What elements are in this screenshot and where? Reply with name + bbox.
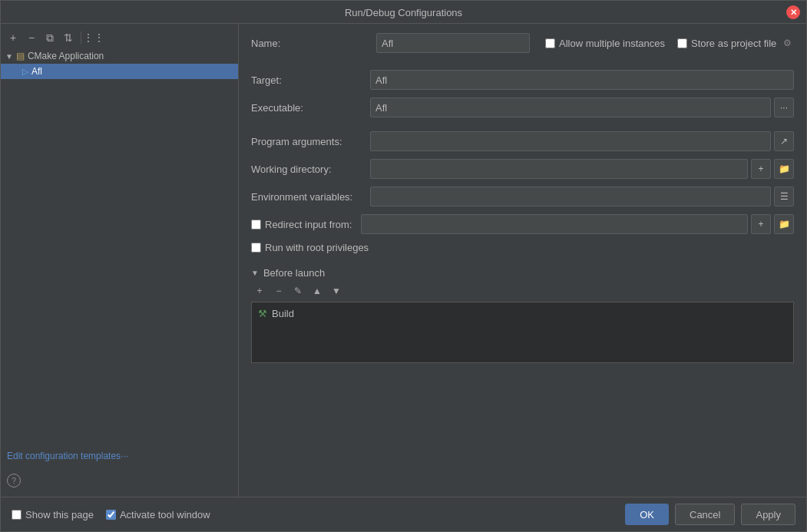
executable-select[interactable]: Afl bbox=[370, 97, 771, 117]
redirect-input-wrapper: + 📁 bbox=[361, 214, 794, 234]
tree-section: ▼ ▤ CMake Application ▷ Afl bbox=[1, 48, 238, 444]
bottom-bar: Show this page Activate tool window OK C… bbox=[1, 497, 806, 531]
program-args-label: Program arguments: bbox=[251, 136, 370, 147]
divider-1 bbox=[251, 64, 794, 70]
working-dir-browse-button[interactable]: 📁 bbox=[774, 159, 794, 179]
move-config-button[interactable]: ⇅ bbox=[61, 30, 76, 45]
redirect-add-button[interactable]: + bbox=[751, 214, 771, 234]
working-dir-label: Working directory: bbox=[251, 164, 370, 175]
tree-parent-cmake: ▼ ▤ CMake Application bbox=[1, 48, 238, 64]
activate-tool-label[interactable]: Activate tool window bbox=[106, 509, 210, 520]
build-icon: ⚒ bbox=[258, 308, 267, 319]
copy-config-button[interactable]: ⧉ bbox=[42, 30, 58, 45]
sidebar: + − ⧉ ⇅ ⋮⋮ ▼ ▤ CMake Application ▷ Afl E… bbox=[1, 24, 239, 497]
before-launch-collapse-arrow[interactable]: ▼ bbox=[251, 269, 259, 277]
store-project-checkbox[interactable] bbox=[677, 38, 687, 48]
before-launch-header: ▼ Before launch bbox=[251, 267, 794, 279]
tree-expand-arrow: ▼ bbox=[5, 52, 13, 61]
allow-multiple-checkbox[interactable] bbox=[545, 38, 555, 48]
before-launch-down-button[interactable]: ▼ bbox=[328, 283, 345, 299]
name-header-row: Name: Allow multiple instances Store as … bbox=[251, 33, 794, 53]
ok-button[interactable]: OK bbox=[625, 504, 669, 525]
activate-tool-text: Activate tool window bbox=[120, 509, 210, 520]
executable-select-wrapper: Afl bbox=[370, 97, 771, 117]
gear-icon: ⚙ bbox=[783, 38, 792, 48]
before-launch-up-button[interactable]: ▲ bbox=[309, 283, 326, 299]
main-content: + − ⧉ ⇅ ⋮⋮ ▼ ▤ CMake Application ▷ Afl E… bbox=[1, 24, 806, 497]
target-select[interactable]: Afl bbox=[370, 70, 794, 90]
redirect-checkbox-label[interactable]: Redirect input from: bbox=[251, 219, 352, 230]
cancel-button[interactable]: Cancel bbox=[675, 504, 735, 525]
env-vars-input[interactable] bbox=[370, 187, 771, 207]
program-args-input[interactable] bbox=[370, 131, 771, 151]
build-list: ⚒ Build bbox=[251, 302, 794, 363]
tree-item-afl[interactable]: ▷ Afl bbox=[1, 64, 238, 79]
program-args-wrapper: ↗ bbox=[370, 131, 794, 151]
run-debug-dialog: Run/Debug Configurations ✕ + − ⧉ ⇅ ⋮⋮ ▼ … bbox=[0, 0, 807, 532]
show-page-label[interactable]: Show this page bbox=[12, 509, 94, 520]
redirect-checkbox[interactable] bbox=[251, 220, 261, 230]
before-launch-add-button[interactable]: + bbox=[251, 283, 268, 299]
executable-browse-button[interactable]: ··· bbox=[774, 97, 794, 117]
program-args-expand-button[interactable]: ↗ bbox=[774, 131, 794, 151]
store-project-label[interactable]: Store as project file ⚙ bbox=[677, 38, 792, 49]
show-page-text: Show this page bbox=[25, 509, 94, 520]
target-label: Target: bbox=[251, 74, 370, 86]
build-item: ⚒ Build bbox=[255, 306, 790, 322]
remove-config-button[interactable]: − bbox=[24, 30, 39, 45]
right-panel: Name: Allow multiple instances Store as … bbox=[239, 24, 806, 497]
dialog-title: Run/Debug Configurations bbox=[345, 7, 462, 18]
env-vars-edit-button[interactable]: ☰ bbox=[774, 187, 794, 207]
before-launch-toolbar: + − ✎ ▲ ▼ bbox=[251, 283, 794, 299]
target-dropdown-wrapper: Afl bbox=[370, 70, 794, 90]
name-label: Name: bbox=[251, 38, 370, 49]
checkboxes-section: Allow multiple instances Store as projec… bbox=[545, 38, 792, 49]
env-vars-wrapper: ☰ bbox=[370, 187, 794, 207]
redirect-row: Redirect input from: + 📁 bbox=[251, 214, 794, 234]
root-privileges-text: Run with root privileges bbox=[265, 242, 369, 253]
executable-row: Executable: Afl ··· bbox=[251, 97, 794, 117]
program-args-row: Program arguments: ↗ bbox=[251, 131, 794, 151]
cmake-group-label: CMake Application bbox=[28, 51, 104, 61]
working-dir-add-button[interactable]: + bbox=[751, 159, 771, 179]
title-bar: Run/Debug Configurations ✕ bbox=[1, 1, 806, 24]
apply-button[interactable]: Apply bbox=[741, 504, 795, 525]
env-vars-label: Environment variables: bbox=[251, 191, 370, 203]
sort-config-button[interactable]: ⋮⋮ bbox=[86, 30, 101, 45]
redirect-label-text: Redirect input from: bbox=[265, 219, 352, 230]
working-dir-input[interactable] bbox=[370, 159, 748, 179]
root-privileges-checkbox[interactable] bbox=[251, 243, 261, 253]
redirect-browse-button[interactable]: 📁 bbox=[774, 214, 794, 234]
before-launch-title: Before launch bbox=[263, 267, 325, 279]
before-launch-section: ▼ Before launch + − ✎ ▲ ▼ ⚒ Build bbox=[251, 267, 794, 363]
bottom-buttons: OK Cancel Apply bbox=[625, 504, 795, 525]
target-select-wrapper: Afl bbox=[370, 70, 794, 90]
help-button[interactable]: ? bbox=[7, 474, 21, 487]
help-area: ? bbox=[1, 468, 238, 494]
cmake-item-icon: ▷ bbox=[22, 67, 28, 77]
add-config-button[interactable]: + bbox=[5, 30, 21, 45]
activate-tool-checkbox[interactable] bbox=[106, 510, 116, 520]
root-privileges-label[interactable]: Run with root privileges bbox=[251, 242, 369, 253]
working-dir-wrapper: + 📁 bbox=[370, 159, 794, 179]
divider-2 bbox=[251, 125, 794, 131]
redirect-input[interactable] bbox=[361, 214, 748, 234]
sidebar-toolbar: + − ⧉ ⇅ ⋮⋮ bbox=[1, 27, 238, 48]
bottom-checkboxes: Show this page Activate tool window bbox=[12, 509, 625, 520]
cmake-folder-icon: ▤ bbox=[16, 51, 25, 61]
edit-templates-link[interactable]: Edit configuration templates··· bbox=[1, 444, 238, 468]
tree-item-label: Afl bbox=[31, 66, 42, 77]
toolbar-separator bbox=[81, 31, 81, 44]
root-privileges-row: Run with root privileges bbox=[251, 242, 794, 253]
store-project-text: Store as project file bbox=[691, 38, 776, 49]
build-item-label: Build bbox=[272, 308, 294, 319]
executable-label: Executable: bbox=[251, 102, 370, 114]
close-button[interactable]: ✕ bbox=[786, 5, 800, 19]
before-launch-edit-button[interactable]: ✎ bbox=[289, 283, 306, 299]
allow-multiple-label[interactable]: Allow multiple instances bbox=[545, 38, 665, 49]
before-launch-remove-button[interactable]: − bbox=[270, 283, 287, 299]
target-row: Target: Afl bbox=[251, 70, 794, 90]
env-vars-row: Environment variables: ☰ bbox=[251, 187, 794, 207]
name-input[interactable] bbox=[376, 33, 530, 53]
show-page-checkbox[interactable] bbox=[12, 510, 21, 520]
